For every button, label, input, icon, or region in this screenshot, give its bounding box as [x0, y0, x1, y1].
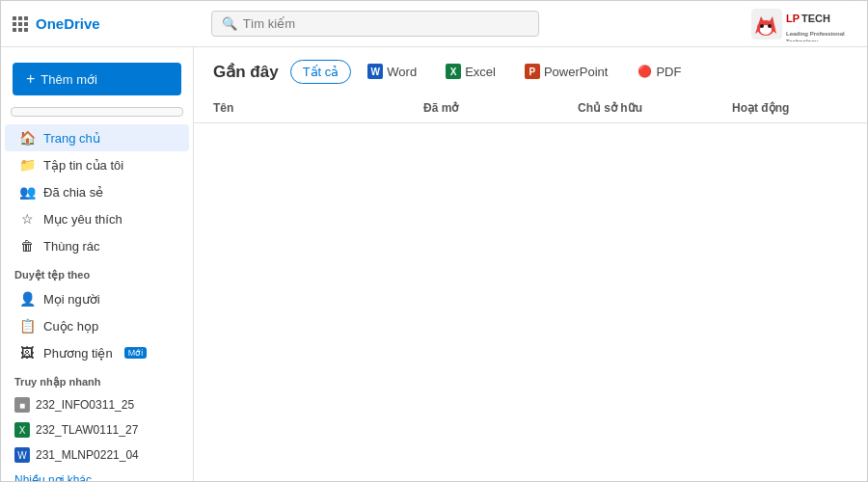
tab-excel-label: Excel: [465, 65, 496, 79]
more-link[interactable]: Nhiều nơi khác...: [1, 468, 193, 482]
tab-powerpoint[interactable]: P PowerPoint: [512, 59, 620, 84]
sidebar-item-da-chia-se[interactable]: 👥 Đã chia sẻ: [5, 178, 189, 205]
main-content: Gần đây Tất cả W Word X Excel P PowerPoi…: [194, 47, 867, 482]
quick-label-3: 231_MLNP0221_04: [36, 448, 139, 462]
sidebar-item-tap-tin[interactable]: 📁 Tập tin của tôi: [5, 151, 189, 178]
svg-text:LP: LP: [786, 13, 800, 24]
table-body: [194, 123, 867, 482]
section-title: Gần đây: [213, 62, 279, 82]
section-quick-label: Truy nhập nhanh: [1, 366, 193, 392]
tab-word-label: Word: [387, 65, 417, 79]
star-icon: ☆: [18, 211, 36, 227]
main-header: Gần đây Tất cả W Word X Excel P PowerPoi…: [194, 47, 867, 84]
sidebar-item-phuong-tien[interactable]: 🖼 Phương tiện Mới: [5, 339, 189, 366]
sidebar-search: [11, 107, 183, 117]
quick-item-2[interactable]: X 232_TLAW0111_27: [1, 417, 193, 442]
excel-icon: X: [446, 64, 461, 79]
svg-point-6: [760, 24, 764, 28]
nav-label: Mọi người: [43, 292, 100, 307]
ppt-icon: P: [525, 64, 540, 79]
meeting-icon: 📋: [18, 318, 36, 334]
search-input[interactable]: [243, 16, 529, 31]
search-icon: 🔍: [222, 16, 237, 31]
quick-icon-1: ■: [14, 397, 30, 413]
nav-label: Cuộc họp: [43, 319, 98, 334]
tab-pdf[interactable]: 🔴 PDF: [624, 59, 693, 84]
tab-excel[interactable]: X Excel: [433, 59, 508, 84]
filter-tabs: Tất cả W Word X Excel P PowerPoint 🔴 PDF: [290, 59, 694, 84]
tab-tat-ca-label: Tất cả: [303, 65, 339, 79]
col-da-mo: Đã mở: [423, 101, 578, 115]
person-icon: 👤: [18, 291, 36, 307]
layout: + Thêm mới 🏠 Trang chủ 📁 Tập tin của tôi…: [1, 47, 867, 482]
nav-label: Phương tiện: [43, 346, 113, 361]
nav-label: Đã chia sẻ: [43, 185, 103, 200]
logo-area: LP TECH Leading Professional Technology: [749, 7, 855, 41]
sidebar-item-yeu-thich[interactable]: ☆ Mục yêu thích: [5, 205, 189, 232]
pdf-icon: 🔴: [637, 64, 652, 79]
brand-area: OneDrive: [13, 15, 100, 32]
svg-text:Technology: Technology: [786, 39, 819, 41]
svg-text:TECH: TECH: [801, 13, 830, 24]
section-browse-label: Duyệt tệp theo: [1, 259, 193, 285]
nav-label: Tập tin của tôi: [43, 158, 123, 173]
word-icon: W: [367, 64, 383, 79]
col-ten: Tên: [213, 101, 423, 115]
share-icon: 👥: [18, 184, 36, 200]
new-badge: Mới: [124, 347, 148, 359]
add-new-button[interactable]: + Thêm mới: [13, 63, 181, 95]
media-icon: 🖼: [18, 345, 36, 361]
home-icon: 🏠: [18, 130, 36, 146]
nav-label: Mục yêu thích: [43, 212, 122, 227]
sidebar-item-cuoc-hop[interactable]: 📋 Cuộc họp: [5, 312, 189, 339]
tab-word[interactable]: W Word: [355, 59, 429, 84]
sidebar-item-thung-rac[interactable]: 🗑 Thùng rác: [5, 232, 189, 259]
tab-tat-ca[interactable]: Tất cả: [290, 60, 352, 84]
nav-label: Trang chủ: [43, 131, 100, 146]
quick-item-3[interactable]: W 231_MLNP0221_04: [1, 442, 193, 468]
svg-point-7: [768, 24, 772, 28]
add-new-label: Thêm mới: [41, 72, 97, 87]
quick-icon-2: X: [14, 422, 30, 438]
sidebar-item-trang-chu[interactable]: 🏠 Trang chủ: [5, 124, 189, 151]
quick-item-1[interactable]: ■ 232_INFO0311_25: [1, 392, 193, 417]
quick-label-1: 232_INFO0311_25: [36, 398, 134, 412]
col-chu-so-huu: Chủ sở hữu: [578, 101, 732, 115]
quick-label-2: 232_TLAW0111_27: [36, 423, 138, 437]
tab-pdf-label: PDF: [656, 65, 681, 79]
lptech-logo: LP TECH Leading Professional Technology: [749, 7, 855, 41]
tab-ppt-label: PowerPoint: [544, 65, 608, 79]
brand-name: OneDrive: [36, 15, 100, 32]
table-header: Tên Đã mở Chủ sở hữu Hoạt động: [194, 94, 867, 123]
sidebar: + Thêm mới 🏠 Trang chủ 📁 Tập tin của tôi…: [1, 47, 194, 482]
trash-icon: 🗑: [18, 238, 36, 254]
folder-icon: 📁: [18, 157, 36, 173]
plus-icon: +: [26, 70, 35, 88]
quick-icon-3: W: [14, 447, 30, 463]
topbar: OneDrive 🔍 LP TECH: [1, 1, 867, 47]
apps-icon[interactable]: [13, 16, 28, 32]
svg-text:Leading Professional: Leading Professional: [786, 31, 845, 37]
search-bar[interactable]: 🔍: [211, 11, 539, 37]
nav-label: Thùng rác: [43, 239, 100, 254]
sidebar-item-moi-nguoi[interactable]: 👤 Mọi người: [5, 285, 189, 312]
col-hoat-dong: Hoạt động: [732, 101, 848, 115]
